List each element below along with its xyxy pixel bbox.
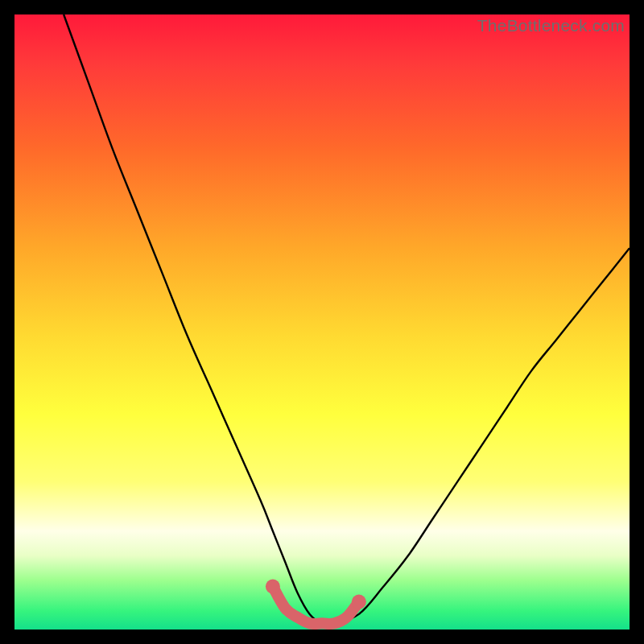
optimal-range-highlight [273,587,359,624]
chart-frame: TheBottleneck.com [0,0,644,644]
highlight-endpoint-dot [266,580,280,594]
chart-svg [14,14,630,630]
chart-plot-area: TheBottleneck.com [14,14,630,630]
bottleneck-curve-path [64,14,630,625]
highlight-endpoint-dot [352,595,366,609]
